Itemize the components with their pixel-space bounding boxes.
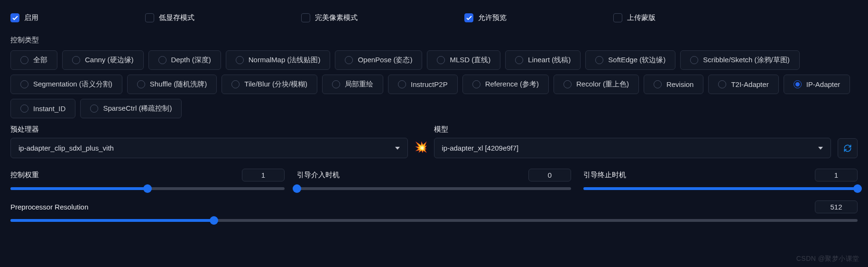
control-type-reference[interactable]: Reference (参考) (462, 75, 549, 94)
radio-label: 局部重绘 (345, 80, 373, 89)
radio-label: MLSD (直线) (450, 56, 490, 65)
slider-row-2: Preprocessor Resolution 512 (10, 200, 858, 222)
radio-icon (158, 56, 166, 64)
radio-label: Instant_ID (33, 105, 65, 113)
slider-label: 引导终止时机 (583, 171, 626, 180)
control-type-scribble[interactable]: Scribble/Sketch (涂鸦/草图) (680, 50, 800, 70)
radio-label: Tile/Blur (分块/模糊) (244, 80, 307, 89)
guidance-start-value[interactable]: 0 (528, 169, 571, 181)
preprocessor-column: 预处理器 ip-adapter_clip_sdxl_plus_vith (10, 125, 408, 158)
control-type-openpose[interactable]: OpenPose (姿态) (335, 50, 422, 70)
control-type-all[interactable]: 全部 (10, 50, 57, 70)
radio-label: SoftEdge (软边缘) (608, 56, 665, 65)
control-type-revision[interactable]: Revision (644, 75, 704, 94)
radio-icon (437, 56, 445, 64)
radio-label: Recolor (重上色) (576, 80, 629, 89)
options-checkbox-row: 启用 低显存模式 完美像素模式 允许预览 上传蒙版 (10, 13, 656, 22)
preprocessor-value: ip-adapter_clip_sdxl_plus_vith (18, 144, 114, 152)
refresh-models-button[interactable] (838, 138, 858, 158)
control-type-instructp2p[interactable]: InstructP2P (388, 75, 458, 94)
checkbox-label: 完美像素模式 (315, 13, 358, 22)
control-type-tile[interactable]: Tile/Blur (分块/模糊) (222, 75, 317, 94)
control-type-label: 控制类型 (10, 36, 858, 45)
radio-icon (398, 80, 406, 88)
checkbox-label: 低显存模式 (159, 13, 194, 22)
slider-label: 引导介入时机 (297, 171, 340, 180)
radio-icon (595, 56, 603, 64)
radio-icon (515, 56, 523, 64)
slider-thumb[interactable] (143, 184, 152, 193)
control-type-instantid[interactable]: Instant_ID (10, 99, 75, 118)
control-type-normalmap[interactable]: NormalMap (法线贴图) (226, 50, 331, 70)
model-column: 模型 ip-adapter_xl [4209e9f7] (434, 125, 831, 158)
checkbox-icon (464, 13, 473, 22)
preprocess-run-icon[interactable]: 💥 (415, 141, 427, 153)
control-type-mlsd[interactable]: MLSD (直线) (427, 50, 500, 70)
radio-label: Canny (硬边缘) (85, 56, 134, 65)
control-weight-value[interactable]: 1 (242, 169, 285, 181)
guidance-end-value[interactable]: 1 (815, 169, 858, 181)
radio-label: Reference (参考) (485, 80, 539, 89)
slider-thumb[interactable] (293, 184, 301, 193)
radio-label: Shuffle (随机洗牌) (150, 80, 207, 89)
checkbox-allowpreview[interactable]: 允许预览 (464, 13, 507, 22)
control-type-t2i[interactable]: T2I-Adapter (708, 75, 778, 94)
control-weight-slider[interactable] (10, 187, 285, 190)
checkbox-icon (613, 13, 622, 22)
slider-row-1: 控制权重 1 引导介入时机 0 引导终止时机 1 (10, 169, 858, 190)
checkbox-pixelperfect[interactable]: 完美像素模式 (301, 13, 358, 22)
checkbox-uploadmask[interactable]: 上传蒙版 (613, 13, 656, 22)
preprocessor-dropdown[interactable]: ip-adapter_clip_sdxl_plus_vith (10, 138, 408, 158)
checkbox-icon (145, 13, 154, 22)
slider-fill (583, 187, 858, 190)
control-type-recolor[interactable]: Recolor (重上色) (554, 75, 639, 94)
guidance-start-slider[interactable] (297, 187, 571, 190)
radio-icon (236, 56, 244, 64)
radio-icon (20, 80, 28, 88)
radio-label: Scribble/Sketch (涂鸦/草图) (703, 56, 790, 65)
control-type-segmentation[interactable]: Segmentation (语义分割) (10, 75, 122, 94)
control-type-shuffle[interactable]: Shuffle (随机洗牌) (127, 75, 217, 94)
slider-thumb[interactable] (210, 216, 218, 225)
checkbox-icon (301, 13, 310, 22)
radio-icon (20, 105, 28, 113)
watermark-text: CSDN @聚梦小课堂 (796, 255, 859, 263)
radio-label: Depth (深度) (171, 56, 211, 65)
control-type-canny[interactable]: Canny (硬边缘) (62, 50, 144, 70)
radio-icon (72, 56, 80, 64)
slider-thumb[interactable] (853, 184, 862, 193)
guidance-end-slider[interactable] (583, 187, 858, 190)
radio-icon (137, 80, 145, 88)
checkbox-lowvram[interactable]: 低显存模式 (145, 13, 194, 22)
control-type-depth[interactable]: Depth (深度) (148, 50, 221, 70)
slider-label: 控制权重 (10, 171, 39, 180)
control-type-sparsectrl[interactable]: SparseCtrl (稀疏控制) (80, 99, 182, 118)
preprocessor-label: 预处理器 (10, 125, 408, 134)
radio-label: Revision (666, 80, 694, 88)
slider-label: Preprocessor Resolution (10, 203, 88, 211)
radio-label: 全部 (33, 56, 47, 65)
radio-icon (332, 80, 340, 88)
radio-label: OpenPose (姿态) (358, 56, 412, 65)
preproc-model-row: 预处理器 ip-adapter_clip_sdxl_plus_vith 💥 模型… (10, 125, 858, 158)
radio-icon (231, 80, 240, 88)
guidance-start-slider-block: 引导介入时机 0 (297, 169, 571, 190)
control-type-group: 全部Canny (硬边缘)Depth (深度)NormalMap (法线贴图)O… (10, 50, 858, 118)
control-type-lineart[interactable]: Lineart (线稿) (505, 50, 581, 70)
preprocessor-resolution-value[interactable]: 512 (815, 200, 858, 213)
radio-label: IP-Adapter (806, 80, 840, 88)
checkbox-enable[interactable]: 启用 (10, 13, 38, 22)
checkbox-label: 上传蒙版 (627, 13, 656, 22)
slider-fill (10, 219, 214, 222)
slider-fill (10, 187, 148, 190)
refresh-icon (843, 143, 852, 153)
control-type-ip[interactable]: IP-Adapter (784, 75, 850, 94)
radio-label: T2I-Adapter (731, 80, 768, 88)
model-dropdown[interactable]: ip-adapter_xl [4209e9f7] (434, 138, 831, 158)
preprocessor-resolution-slider[interactable] (10, 219, 858, 222)
control-type-inpaint[interactable]: 局部重绘 (322, 75, 383, 94)
radio-icon (654, 80, 662, 88)
control-type-softedge[interactable]: SoftEdge (软边缘) (585, 50, 675, 70)
radio-icon (20, 56, 28, 64)
radio-icon (472, 80, 480, 88)
